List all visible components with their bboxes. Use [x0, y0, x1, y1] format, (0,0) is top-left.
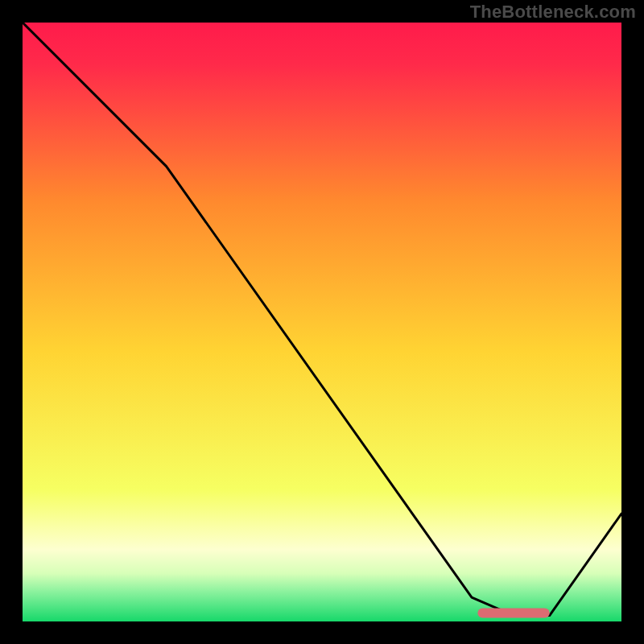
chart-frame: TheBottleneck.com — [0, 0, 644, 644]
chart-svg — [23, 23, 621, 621]
optimal-range-marker — [477, 609, 549, 618]
watermark-label: TheBottleneck.com — [470, 2, 636, 23]
plot-area — [23, 23, 621, 621]
